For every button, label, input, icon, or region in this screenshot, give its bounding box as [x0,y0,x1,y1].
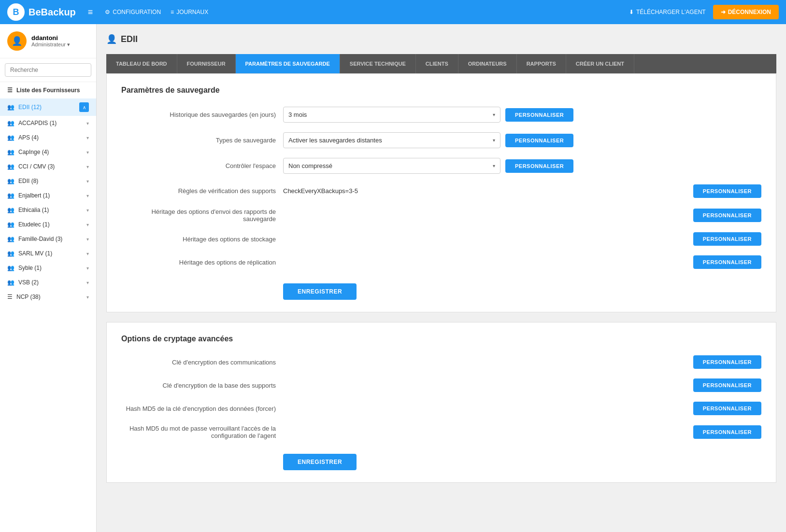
main-content: 👤 EDII TABLEAU DE BORD FOURNISSEUR PARAM… [97,24,786,502]
dropdown-arrow-icon: ▾ [488,134,500,147]
nav-links: ⚙ CONFIGURATION ≡ JOURNAUX [105,9,208,15]
controler-value: Non compressé [284,158,488,173]
layout: 👤 ddantoni Administrateur ▾ ☰ Liste des … [0,24,786,502]
regles-label: Règles de vérification des supports [121,187,276,195]
nav-configuration[interactable]: ⚙ CONFIGURATION [105,9,161,15]
hamburger-icon[interactable]: ≡ [86,5,96,20]
types-sauvegarde-row: Types de sauvegarde Activer les sauvegar… [121,132,761,148]
types-value: Activer les sauvegardes distantes [284,133,488,148]
collapse-button[interactable]: ∧ [79,102,89,112]
enregistrer-btn-2[interactable]: ENREGISTRER [283,454,357,470]
logout-icon: ➜ [721,9,726,15]
folder-icon: 👥 [7,279,14,286]
sidebar-item-edii-8[interactable]: 👥 EDII (8) ▾ [0,174,96,188]
historique-value: 3 mois [284,107,488,122]
historique-label: Historique des sauvegardes (en jours) [121,111,276,118]
nav-journaux[interactable]: ≡ JOURNAUX [171,9,208,15]
tab-ordinateurs[interactable]: ORDINATEURS [458,54,517,73]
hash-md5-donnees-row: Hash MD5 de la clé d'encryption des donn… [121,402,761,415]
sidebar-item-enjalbert[interactable]: 👥 Enjalbert (1) ▾ [0,188,96,203]
tab-parametres-sauvegarde[interactable]: PARAMÈTRES DE SAUVEGARDE [236,54,340,73]
historique-row: Historique des sauvegardes (en jours) 3 … [121,107,761,123]
cle-encryption-comm-row: Clé d'encryption des communications PERS… [121,355,761,369]
chevron-down-icon: ▾ [86,121,89,126]
heritage-rapports-personaliser-btn[interactable]: PERSONNALISER [693,209,761,222]
search-input[interactable] [5,63,91,77]
folder-icon: ☰ [7,294,13,300]
heritage-stockage-label: Héritage des options de stockage [121,236,276,243]
folder-icon: 👥 [7,134,14,141]
sidebar-item-ncp[interactable]: ☰ NCP (38) ▾ [0,290,96,304]
user-area: 👤 ddantoni Administrateur ▾ [0,24,96,58]
folder-icon: 👥 [7,104,14,111]
historique-personaliser-btn[interactable]: PERSONNALISER [505,108,573,122]
section1-title: Paramètres de sauvegarde [121,86,761,95]
chevron-down-icon: ▾ [86,251,89,256]
enregistrer-btn-1[interactable]: ENREGISTRER [283,283,357,300]
sidebar-item-aps[interactable]: 👥 APS (4) ▾ [0,130,96,145]
chevron-down-icon: ▾ [86,237,89,242]
cle-encryption-base-btn[interactable]: PERSONNALISER [693,378,761,392]
sidebar-item-edii-12[interactable]: 👥 EDII (12) ∧ [0,98,96,116]
sidebar-item-etudelec[interactable]: 👥 Etudelec (1) ▾ [0,217,96,232]
regles-row: Règles de vérification des supports Chec… [121,183,761,198]
chevron-down-icon: ▾ [86,208,89,213]
regles-value: CheckEveryXBackups=3-5 [283,183,688,198]
chevron-down-icon: ▾ [86,294,89,300]
tab-clients[interactable]: CLIENTS [416,54,458,73]
sidebar-item-ethicalia[interactable]: 👥 Ethicalia (1) ▾ [0,203,96,217]
controler-personaliser-btn[interactable]: PERSONNALISER [505,159,573,173]
deconnexion-button[interactable]: ➜ DÉCONNEXION [713,5,779,19]
sidebar-item-famille-david[interactable]: 👥 Famille-David (3) ▾ [0,232,96,246]
cle-encryption-comm-label: Clé d'encryption des communications [121,359,276,366]
sidebar-item-cci-cmv[interactable]: 👥 CCI / CMV (3) ▾ [0,159,96,174]
sidebar-item-accapdis[interactable]: 👥 ACCAPDIS (1) ▾ [0,116,96,130]
historique-select-wrapper[interactable]: 3 mois ▾ [283,107,500,123]
sidebar-item-capinge[interactable]: 👥 CapInge (4) ▾ [0,145,96,159]
user-role: Administrateur ▾ [31,42,70,48]
parametres-sauvegarde-card: Paramètres de sauvegarde Historique des … [106,73,776,312]
person-icon: 👤 [106,34,117,44]
download-agent-link[interactable]: ⬇ TÉLÉCHARGER L'AGENT [629,9,706,15]
tab-fournisseur[interactable]: FOURNISSEUR [177,54,236,73]
folder-icon: 👥 [7,221,14,228]
cle-encryption-comm-btn[interactable]: PERSONNALISER [693,355,761,369]
controler-select-wrapper[interactable]: Non compressé ▾ [283,158,500,174]
regles-personaliser-btn[interactable]: PERSONNALISER [693,184,761,198]
hash-md5-donnees-btn[interactable]: PERSONNALISER [693,402,761,415]
tab-rapports[interactable]: RAPPORTS [517,54,566,73]
config-icon: ⚙ [105,9,110,15]
heritage-rapports-row: Héritage des options d'envoi des rapport… [121,208,761,223]
sidebar: 👤 ddantoni Administrateur ▾ ☰ Liste des … [0,24,97,502]
logo-icon: B [7,3,25,21]
page-title: 👤 EDII [106,34,776,44]
hash-md5-mdp-row: Hash MD5 du mot de passe verrouillant l'… [121,425,761,439]
tab-creer-client[interactable]: CRÉER UN CLIENT [566,54,634,73]
section2-title: Options de cryptage avancées [121,335,761,343]
sidebar-item-sarl-mv[interactable]: 👥 SARL MV (1) ▾ [0,246,96,261]
cle-encryption-base-row: Clé d'encryption de la base des supports… [121,378,761,392]
tab-tableau-de-bord[interactable]: TABLEAU DE BORD [106,54,177,73]
heritage-replication-label: Héritage des options de réplication [121,259,276,266]
heritage-replication-personaliser-btn[interactable]: PERSONNALISER [693,255,761,269]
types-personaliser-btn[interactable]: PERSONNALISER [505,134,573,147]
journal-icon: ≡ [171,9,174,15]
folder-icon: 👥 [7,207,14,213]
hash-md5-mdp-btn[interactable]: PERSONNALISER [693,425,761,439]
tab-service-technique[interactable]: SERVICE TECHNIQUE [340,54,416,73]
chevron-down-icon: ▾ [86,164,89,169]
dropdown-arrow-icon: ▾ [488,108,500,121]
types-select-wrapper[interactable]: Activer les sauvegardes distantes ▾ [283,132,500,148]
logo-area: B BeBackup [7,3,76,21]
list-icon: ☰ [7,87,13,94]
folder-icon: 👥 [7,163,14,170]
sidebar-item-vsb[interactable]: 👥 VSB (2) ▾ [0,275,96,290]
chevron-down-icon: ▾ [86,150,89,155]
folder-icon: 👥 [7,265,14,271]
chevron-down-icon: ▾ [86,193,89,198]
heritage-stockage-personaliser-btn[interactable]: PERSONNALISER [693,232,761,246]
chevron-down-icon: ▾ [86,222,89,227]
chevron-down-icon: ▾ [86,135,89,140]
sidebar-item-syble[interactable]: 👥 Syble (1) ▾ [0,261,96,275]
hash-md5-donnees-label: Hash MD5 de la clé d'encryption des donn… [121,405,276,412]
